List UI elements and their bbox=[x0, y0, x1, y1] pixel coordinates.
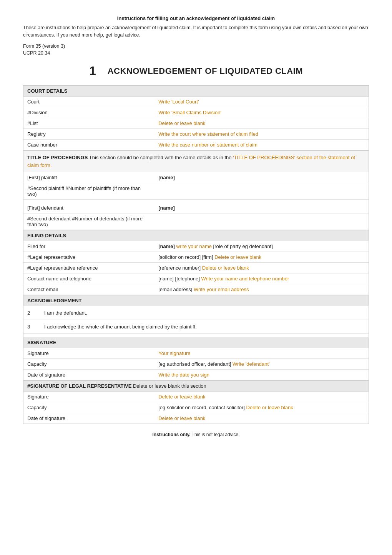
filing-details-header: FILING DETAILS bbox=[23, 230, 369, 241]
defendant-first-row: [First] defendant [name] bbox=[23, 203, 369, 213]
defendant-second-label: #Second defendant #Number of defendants … bbox=[23, 213, 154, 230]
footer: Instructions only. This is not legal adv… bbox=[23, 432, 369, 437]
main-title-number: 1 bbox=[89, 64, 96, 78]
signature-label: Signature bbox=[23, 348, 154, 359]
filing-detail-label: Contact name and telephone bbox=[23, 273, 154, 284]
defendants-table: [First] defendant [name] #Second defenda… bbox=[23, 203, 369, 230]
court-details-header: COURT DETAILS bbox=[23, 85, 369, 97]
filing-detail-value: [name] [telephone] Write your name and t… bbox=[154, 273, 369, 284]
signature-value: [eg authorised officer, defendant] Write… bbox=[154, 359, 369, 370]
court-detail-label: #List bbox=[23, 118, 154, 129]
sig-legal-rep-value: Delete or leave blank bbox=[154, 392, 369, 402]
court-detail-value: Write 'Local Court' bbox=[154, 97, 369, 107]
filing-detail-label: Contact email bbox=[23, 284, 154, 295]
filing-details-table: Filed for[name] write your name [role of… bbox=[23, 241, 369, 295]
sig-legal-rep-label: Date of signature bbox=[23, 413, 154, 424]
court-detail-label: Registry bbox=[23, 129, 154, 140]
court-detail-row: #ListDelete or leave blank bbox=[23, 118, 369, 129]
filing-detail-label: #Legal representative bbox=[23, 252, 154, 263]
court-detail-label: Case number bbox=[23, 140, 154, 150]
defendant-first-label: [First] defendant bbox=[23, 203, 154, 213]
court-detail-label: #Division bbox=[23, 107, 154, 118]
acknowledgement-text: I acknowledge the whole of the amount be… bbox=[44, 324, 197, 330]
filing-detail-row: #Legal representative[solicitor on recor… bbox=[23, 252, 369, 263]
sig-legal-rep-row: Capacity[eg solicitor on record, contact… bbox=[23, 402, 369, 413]
acknowledgement-item: 2I am the defendant. bbox=[23, 306, 369, 320]
plaintiff-second-row: #Second plaintiff #Number of plaintiffs … bbox=[23, 183, 369, 200]
acknowledgement-header: ACKNOWLEDGEMENT bbox=[23, 295, 369, 306]
signature-header: SIGNATURE bbox=[23, 337, 369, 348]
court-detail-row: #DivisionWrite 'Small Claims Division' bbox=[23, 107, 369, 118]
plaintiffs-table: [First] plaintiff [name] #Second plainti… bbox=[23, 172, 369, 200]
sig-legal-rep-value: Delete or leave blank bbox=[154, 413, 369, 424]
footer-text: This is not legal advice. bbox=[191, 432, 240, 437]
filing-detail-value: [reference number] Delete or leave blank bbox=[154, 263, 369, 273]
acknowledgement-num: 3 bbox=[27, 324, 37, 330]
filing-detail-row: #Legal representative reference[referenc… bbox=[23, 263, 369, 273]
court-details-table: CourtWrite 'Local Court'#DivisionWrite '… bbox=[23, 97, 369, 150]
ucpr: UCPR 20.34 bbox=[23, 50, 369, 57]
court-detail-label: Court bbox=[23, 97, 154, 107]
signature-row: Date of signatureWrite the date you sign bbox=[23, 370, 369, 380]
signature-value: Write the date you sign bbox=[154, 370, 369, 380]
signature-row: Capacity[eg authorised officer, defendan… bbox=[23, 359, 369, 370]
acknowledgement-items: 2I am the defendant.3I acknowledge the w… bbox=[23, 306, 369, 334]
header-description: These are instructions to help prepare a… bbox=[23, 24, 369, 39]
court-detail-value: Delete or leave blank bbox=[154, 118, 369, 129]
defendant-first-value: [name] bbox=[154, 203, 369, 213]
filing-detail-label: Filed for bbox=[23, 241, 154, 252]
page-header: Instructions for filling out an acknowle… bbox=[23, 15, 369, 39]
filing-detail-row: Contact name and telephone[name] [teleph… bbox=[23, 273, 369, 284]
court-detail-value: Write the court where statement of claim… bbox=[154, 129, 369, 140]
acknowledgement-text: I am the defendant. bbox=[44, 310, 87, 316]
sig-legal-rep-table: SignatureDelete or leave blankCapacity[e… bbox=[23, 392, 369, 424]
court-detail-row: RegistryWrite the court where statement … bbox=[23, 129, 369, 140]
filing-detail-row: Contact email[email address] Write your … bbox=[23, 284, 369, 295]
title-proceedings-row: TITLE OF PROCEEDINGS This section should… bbox=[23, 150, 369, 172]
sig-legal-rep-header: #SIGNATURE OF LEGAL REPRESENTATIVE Delet… bbox=[23, 380, 369, 392]
sig-legal-rep-label: Signature bbox=[23, 392, 154, 402]
header-title: Instructions for filling out an acknowle… bbox=[117, 15, 275, 21]
filing-detail-value: [email address] Write your email address bbox=[154, 284, 369, 295]
signature-row: SignatureYour signature bbox=[23, 348, 369, 359]
acknowledgement-item: 3I acknowledge the whole of the amount b… bbox=[23, 320, 369, 334]
main-title-text: ACKNOWLEDGEMENT OF LIQUIDATED CLAIM bbox=[108, 66, 303, 76]
signature-label: Capacity bbox=[23, 359, 154, 370]
sig-legal-rep-row: Date of signatureDelete or leave blank bbox=[23, 413, 369, 424]
sig-legal-rep-bold: #SIGNATURE OF LEGAL REPRESENTATIVE bbox=[27, 383, 131, 389]
court-detail-row: Case numberWrite the case number on stat… bbox=[23, 140, 369, 150]
main-title-block: 1 ACKNOWLEDGEMENT OF LIQUIDATED CLAIM bbox=[23, 64, 369, 78]
court-detail-row: CourtWrite 'Local Court' bbox=[23, 97, 369, 107]
filing-detail-value: [solicitor on record] [firm] Delete or l… bbox=[154, 252, 369, 263]
sig-legal-rep-header-text: Delete or leave blank this section bbox=[131, 383, 206, 389]
plaintiff-first-row: [First] plaintiff [name] bbox=[23, 172, 369, 183]
title-proceedings-bold: TITLE OF PROCEEDINGS bbox=[27, 155, 88, 160]
filing-detail-row: Filed for[name] write your name [role of… bbox=[23, 241, 369, 252]
acknowledgement-num: 2 bbox=[27, 310, 37, 316]
court-detail-value: Write the case number on statement of cl… bbox=[154, 140, 369, 150]
plaintiff-second-label: #Second plaintiff #Number of plaintiffs … bbox=[23, 183, 154, 200]
defendant-second-row: #Second defendant #Number of defendants … bbox=[23, 213, 369, 230]
plaintiff-first-value: [name] bbox=[154, 172, 369, 183]
signature-table: SignatureYour signatureCapacity[eg autho… bbox=[23, 348, 369, 380]
sig-legal-rep-value: [eg solicitor on record, contact solicit… bbox=[154, 402, 369, 413]
plaintiff-first-label: [First] plaintiff bbox=[23, 172, 154, 183]
title-proceedings-text: This section should be completed with th… bbox=[88, 155, 233, 160]
filing-detail-label: #Legal representative reference bbox=[23, 263, 154, 273]
signature-value: Your signature bbox=[154, 348, 369, 359]
sig-legal-rep-row: SignatureDelete or leave blank bbox=[23, 392, 369, 402]
footer-bold: Instructions only. bbox=[153, 432, 191, 437]
filing-detail-value: [name] write your name [role of party eg… bbox=[154, 241, 369, 252]
signature-label: Date of signature bbox=[23, 370, 154, 380]
sig-legal-rep-label: Capacity bbox=[23, 402, 154, 413]
form-number-block: Form 35 (version 3) UCPR 20.34 bbox=[23, 43, 369, 57]
form-number: Form 35 (version 3) bbox=[23, 43, 369, 50]
court-detail-value: Write 'Small Claims Division' bbox=[154, 107, 369, 118]
